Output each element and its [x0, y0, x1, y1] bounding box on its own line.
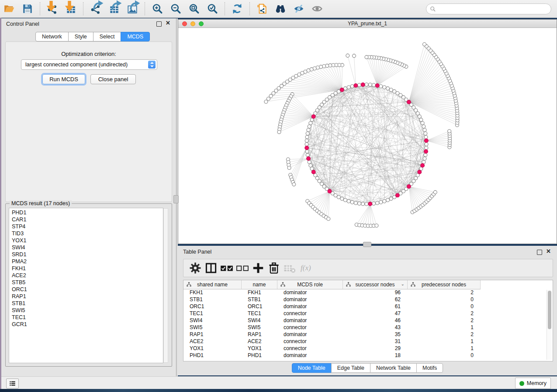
- add-column-icon[interactable]: [252, 261, 265, 275]
- network-node[interactable]: [424, 135, 428, 139]
- mcds-result-item[interactable]: TEC1: [12, 314, 163, 321]
- select-all-icon[interactable]: [220, 261, 233, 275]
- table-row[interactable]: ORC1ORC1dominator610: [183, 303, 547, 310]
- network-canvas[interactable]: [178, 28, 557, 244]
- close-panel-icon[interactable]: ✕: [166, 20, 170, 26]
- column-header-shared-name[interactable]: shared name: [183, 280, 242, 289]
- network-node[interactable]: [308, 125, 311, 128]
- dominator-node[interactable]: [328, 189, 332, 193]
- network-node[interactable]: [305, 142, 308, 146]
- column-header-MCDS-role[interactable]: MCDS role: [277, 280, 343, 289]
- table-row[interactable]: TEC1TEC1connector472: [183, 310, 547, 317]
- column-header-name[interactable]: name: [242, 280, 277, 289]
- tab-mcds[interactable]: MCDS: [121, 32, 150, 41]
- network-node[interactable]: [308, 160, 311, 164]
- network-node[interactable]: [379, 85, 383, 88]
- zoom-selected-icon[interactable]: [205, 2, 219, 16]
- float-panel-icon[interactable]: [156, 21, 162, 27]
- network-node[interactable]: [393, 89, 396, 93]
- network-node[interactable]: [343, 198, 347, 202]
- share-document-icon[interactable]: [255, 2, 269, 16]
- network-node[interactable]: [372, 202, 376, 205]
- table-settings-gear-icon[interactable]: [189, 261, 202, 275]
- network-leaf-node[interactable]: [346, 54, 349, 57]
- column-header-successor-nodes[interactable]: successor nodes⌄: [343, 280, 408, 289]
- criterion-dropdown[interactable]: largest connected component (undirected): [21, 59, 157, 70]
- network-leaf-node[interactable]: [448, 130, 451, 133]
- dominator-node[interactable]: [354, 84, 358, 88]
- export-table-icon[interactable]: [107, 2, 121, 16]
- table-row[interactable]: SWI4SWI4dominator462: [183, 317, 547, 324]
- mcds-result-item[interactable]: ACE2: [12, 272, 163, 279]
- tab-motifs[interactable]: Motifs: [416, 363, 443, 373]
- network-node[interactable]: [350, 85, 354, 88]
- table-row[interactable]: SWI5SWI5connector431: [183, 324, 547, 331]
- mcds-result-item[interactable]: CAR1: [12, 216, 163, 223]
- search-box[interactable]: [426, 3, 551, 14]
- tab-network-table[interactable]: Network Table: [370, 363, 417, 373]
- network-node[interactable]: [424, 153, 427, 157]
- scrollbar-thumb[interactable]: [548, 291, 551, 329]
- network-node[interactable]: [386, 87, 390, 90]
- network-node[interactable]: [389, 197, 393, 200]
- table-row[interactable]: RAP1RAP1dominator352: [183, 331, 547, 338]
- mcds-result-item[interactable]: YOX1: [12, 237, 163, 244]
- mcds-result-scrollbar[interactable]: [163, 208, 168, 363]
- import-network-icon[interactable]: [45, 2, 59, 16]
- network-window-titlebar[interactable]: YPA_prune.txt_1: [178, 20, 557, 28]
- mcds-result-item[interactable]: SRD1: [12, 251, 163, 258]
- export-image-icon[interactable]: [125, 2, 139, 16]
- mcds-result-item[interactable]: SWI4: [12, 244, 163, 251]
- search-objects-binoculars-icon[interactable]: [273, 2, 287, 16]
- network-node[interactable]: [423, 157, 426, 160]
- close-panel-button[interactable]: Close panel: [90, 74, 136, 84]
- network-node[interactable]: [365, 202, 368, 206]
- dominator-node[interactable]: [375, 84, 379, 88]
- network-node[interactable]: [383, 86, 386, 89]
- task-history-button[interactable]: [6, 378, 19, 389]
- network-node[interactable]: [422, 160, 426, 164]
- table-row[interactable]: PHD1PHD1dominator180: [183, 352, 547, 359]
- network-leaf-node[interactable]: [353, 54, 356, 58]
- network-node[interactable]: [365, 83, 368, 86]
- network-leaf-node[interactable]: [266, 97, 270, 100]
- dominator-node[interactable]: [421, 164, 425, 168]
- dominator-node[interactable]: [311, 170, 315, 174]
- dominator-node[interactable]: [424, 150, 428, 154]
- mcds-result-item[interactable]: TID3: [12, 230, 163, 237]
- mcds-result-item[interactable]: GCR1: [12, 321, 163, 328]
- dominator-node[interactable]: [340, 88, 344, 92]
- export-network-icon[interactable]: [89, 2, 103, 16]
- dominator-node[interactable]: [407, 100, 411, 104]
- node-table-scrollbar[interactable]: [547, 290, 552, 360]
- network-leaf-node[interactable]: [365, 55, 368, 59]
- vertical-splitter-handle[interactable]: [173, 195, 179, 203]
- network-leaf-node[interactable]: [292, 182, 296, 186]
- delete-row-trash-icon[interactable]: [267, 261, 280, 275]
- network-leaf-node[interactable]: [327, 217, 330, 220]
- dominator-node[interactable]: [305, 146, 309, 150]
- dominator-node[interactable]: [418, 170, 422, 174]
- import-table-icon[interactable]: [64, 2, 78, 16]
- network-node[interactable]: [347, 86, 350, 89]
- network-node[interactable]: [396, 92, 399, 95]
- mcds-result-item[interactable]: STB1: [12, 300, 163, 307]
- dominator-node[interactable]: [307, 157, 311, 161]
- network-node[interactable]: [309, 121, 312, 125]
- open-file-icon[interactable]: [2, 2, 16, 16]
- mcds-result-list[interactable]: PHD1CAR1STP4TID3YOX1SWI4SRD1PMA2FKH1ACE2…: [9, 208, 163, 363]
- network-node[interactable]: [421, 121, 424, 125]
- zoom-out-icon[interactable]: [169, 2, 183, 16]
- deselect-all-icon[interactable]: [236, 261, 249, 275]
- horizontal-splitter-handle[interactable]: [363, 242, 371, 247]
- network-node[interactable]: [337, 196, 340, 199]
- network-node[interactable]: [425, 146, 428, 150]
- network-node[interactable]: [305, 150, 309, 153]
- network-node[interactable]: [361, 202, 365, 206]
- column-header-predecessor-nodes[interactable]: predecessor nodes: [408, 280, 481, 289]
- network-node[interactable]: [334, 193, 337, 197]
- mcds-result-item[interactable]: ORC1: [12, 286, 163, 293]
- tab-select[interactable]: Select: [93, 32, 121, 41]
- network-node[interactable]: [309, 164, 312, 167]
- network-node[interactable]: [383, 199, 386, 203]
